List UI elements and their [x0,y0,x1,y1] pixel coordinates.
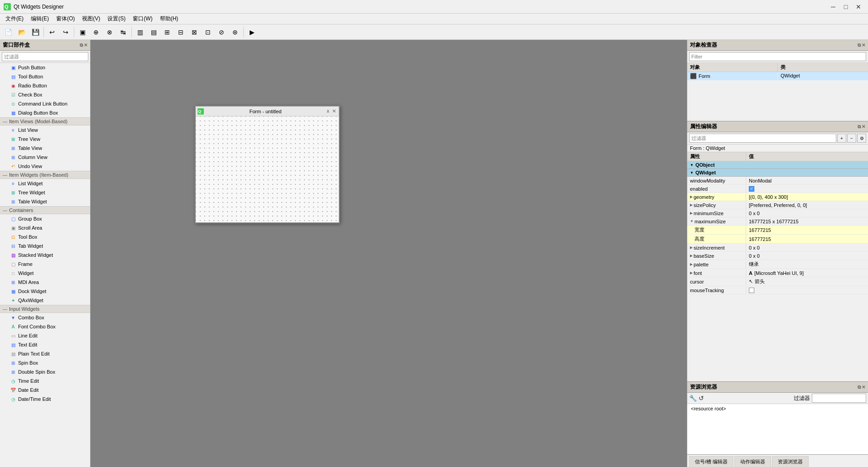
signal-slot-btn[interactable]: ⊕ [90,26,102,39]
close-panel-button[interactable]: ✕ [84,43,87,48]
widget-item-tree-view[interactable]: ⊞ Tree View [0,135,90,144]
widget-item-table-view[interactable]: ⊞ Table View [0,144,90,153]
widget-item-line-edit[interactable]: ▭ Line Edit [0,331,90,340]
prop-val-base-size[interactable]: 0 x 0 [746,252,868,260]
widget-item-datetime-edit[interactable]: ◷ Date/Time Edit [0,395,90,404]
widget-filter-input[interactable] [2,52,88,61]
adjust-size-btn[interactable]: ⊛ [229,26,241,39]
prop-row-enabled[interactable]: enabled [687,185,868,193]
prop-val-cursor[interactable]: ↖ 箭头 [746,277,868,286]
prop-val-mouse-tracking[interactable] [746,287,868,294]
resource-float-btn[interactable]: ⧉ [858,385,861,390]
widget-editor-btn[interactable]: ▣ [76,26,89,39]
resource-filter-input[interactable] [812,394,866,403]
enabled-checkbox[interactable] [749,186,754,192]
prop-val-window-modality[interactable]: NonModal [746,177,868,184]
prop-val-palette[interactable]: 继承 [746,260,868,269]
menu-edit[interactable]: 编辑(E) [27,14,53,24]
prop-close-btn[interactable]: ✕ [862,124,865,130]
menu-view[interactable]: 视图(V) [78,14,104,24]
prop-row-mouse-tracking[interactable]: mouseTracking [687,286,868,294]
mouse-tracking-checkbox[interactable] [749,288,754,293]
layout-grid-btn[interactable]: ⊞ [161,26,174,39]
prop-add-btn[interactable]: + [837,134,846,143]
widget-item-frame[interactable]: ▢ Frame [0,260,90,269]
widget-item-text-edit[interactable]: ▤ Text Edit [0,340,90,349]
widget-item-group-box[interactable]: ▢ Group Box [0,214,90,223]
widget-item-qax-widget[interactable]: ✦ QAxWidget [0,296,90,305]
prop-val-size-increment[interactable]: 0 x 0 [746,244,868,251]
widget-item-mdi-area[interactable]: ⊞ MDI Area [0,278,90,287]
widget-item-widget[interactable]: □ Widget [0,269,90,278]
widget-item-table-widget[interactable]: ⊞ Table Widget [0,197,90,206]
widget-item-dock-widget[interactable]: ▦ Dock Widget [0,287,90,296]
close-button[interactable]: ✕ [853,2,864,12]
prop-configure-btn[interactable]: ⚙ [857,134,866,143]
layout-form-btn[interactable]: ⊟ [174,26,187,39]
menu-window[interactable]: 窗口(W) [129,14,156,24]
prop-row-width[interactable]: 宽度 16777215 [687,226,868,235]
redo-button[interactable]: ↪ [59,26,72,39]
prop-float-btn[interactable]: ⧉ [858,124,861,130]
layout-h-split-btn[interactable]: ⊠ [188,26,201,39]
category-item-widgets[interactable]: Item Widgets (Item-Based) [0,171,90,179]
prop-row-minimum-size[interactable]: ▶ minimumSize 0 x 0 [687,209,868,217]
prop-row-maximum-size[interactable]: ▼ maximumSize 16777215 x 16777215 [687,217,868,226]
widget-item-tree-widget[interactable]: ⊞ Tree Widget [0,188,90,197]
obj-filter-input[interactable] [689,52,866,61]
open-button[interactable]: 📂 [15,26,28,39]
widget-item-combo-box[interactable]: ▼ Combo Box [0,313,90,322]
form-body[interactable] [196,116,339,222]
form-window[interactable]: Q Form - untitled ∧ ✕ [195,106,340,223]
form-editor-area[interactable]: Q Form - untitled ∧ ✕ [91,40,687,467]
prop-row-height[interactable]: 高度 16777215 [687,235,868,244]
prop-val-font[interactable]: A [Microsoft YaHei UI, 9] [746,270,868,277]
prop-val-geometry[interactable]: [(0, 0), 400 x 300] [746,193,868,201]
layout-break-btn[interactable]: ⊘ [215,26,228,39]
resource-wrench-btn[interactable]: 🔧 [689,395,697,402]
category-containers[interactable]: Containers [0,206,90,214]
prop-val-enabled[interactable] [746,185,868,193]
menu-settings[interactable]: 设置(S) [104,14,129,24]
widget-item-list-view[interactable]: ≡ List View [0,125,90,135]
prop-section-qwidget[interactable]: ▼ QWidget [687,169,868,177]
widget-item-push-button[interactable]: ▣ Push Button [0,63,90,72]
widget-item-date-edit[interactable]: 📅 Date Edit [0,385,90,395]
category-item-views[interactable]: Item Views (Model-Based) [0,117,90,125]
prop-section-qobject[interactable]: ▼ QObject [687,161,868,169]
minimize-button[interactable]: ─ [827,2,839,12]
undo-button[interactable]: ↩ [46,26,58,39]
widget-item-dialog-button-box[interactable]: ▦ Dialog Button Box [0,108,90,117]
form-collapse-btn[interactable]: ∧ [325,108,331,114]
save-button[interactable]: 💾 [29,26,42,39]
widget-item-undo-view[interactable]: ↶ Undo View [0,162,90,171]
maximize-button[interactable]: □ [840,2,852,12]
tab-action-editor[interactable]: 动作编辑器 [734,456,771,467]
prop-remove-btn[interactable]: − [847,134,856,143]
resource-refresh-btn[interactable]: ↺ [699,395,704,402]
layout-v-btn[interactable]: ▤ [147,26,160,39]
buddy-btn[interactable]: ⊗ [103,26,116,39]
prop-row-geometry[interactable]: ▶ geometry [(0, 0), 400 x 300] [687,193,868,201]
prop-row-palette[interactable]: ▶ palette 继承 [687,260,868,269]
widget-item-command-link[interactable]: ⊙ Command Link Button [0,99,90,108]
prop-row-font[interactable]: ▶ font A [Microsoft YaHei UI, 9] [687,269,868,277]
widget-item-list-widget[interactable]: ≡ List Widget [0,179,90,188]
resource-close-btn[interactable]: ✕ [862,385,865,390]
prop-row-size-increment[interactable]: ▶ sizeIncrement 0 x 0 [687,244,868,252]
widget-item-tool-box[interactable]: ⊡ Tool Box [0,232,90,241]
widget-item-scroll-area[interactable]: ▣ Scroll Area [0,223,90,232]
prop-val-size-policy[interactable]: [Preferred, Preferred, 0, 0] [746,202,868,209]
prop-val-maximum-size[interactable]: 16777215 x 16777215 [746,218,868,225]
tab-resource-browser[interactable]: 资源浏览器 [772,456,809,467]
layout-h-btn[interactable]: ▥ [134,26,146,39]
prop-row-window-modality[interactable]: windowModality NonModal [687,177,868,185]
widget-item-time-edit[interactable]: ◷ Time Edit [0,376,90,385]
category-input-widgets[interactable]: Input Widgets [0,305,90,313]
prop-val-height[interactable]: 16777215 [746,236,868,243]
prop-row-base-size[interactable]: ▶ baseSize 0 x 0 [687,252,868,260]
widget-item-double-spin-box[interactable]: ⊞ Double Spin Box [0,367,90,376]
tab-order-btn[interactable]: ↹ [117,26,130,39]
widget-item-stacked-widget[interactable]: ▨ Stacked Widget [0,250,90,260]
menu-form[interactable]: 窗体(O) [53,14,78,24]
